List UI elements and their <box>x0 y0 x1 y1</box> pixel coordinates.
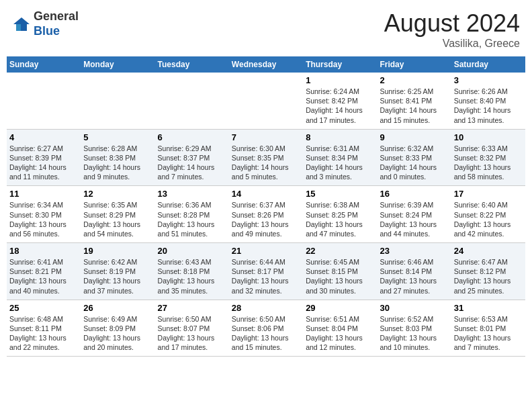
calendar-header-row: SundayMondayTuesdayWednesdayThursdayFrid… <box>7 56 525 73</box>
day-number: 31 <box>454 303 523 313</box>
day-number: 12 <box>83 189 152 199</box>
calendar-cell: 12Sunrise: 6:35 AMSunset: 8:29 PMDayligh… <box>81 186 154 243</box>
calendar-week-row: 25Sunrise: 6:48 AMSunset: 8:11 PMDayligh… <box>7 300 525 357</box>
calendar-cell: 16Sunrise: 6:39 AMSunset: 8:24 PMDayligh… <box>377 186 451 243</box>
logo-general-text: General <box>34 9 79 23</box>
day-info: Sunrise: 6:26 AMSunset: 8:40 PMDaylight:… <box>454 87 523 125</box>
header-saturday: Saturday <box>451 56 525 73</box>
calendar-cell: 31Sunrise: 6:53 AMSunset: 8:01 PMDayligh… <box>451 300 525 357</box>
day-info: Sunrise: 6:44 AMSunset: 8:17 PMDaylight:… <box>232 257 300 295</box>
day-info: Sunrise: 6:48 AMSunset: 8:11 PMDaylight:… <box>9 314 78 353</box>
calendar-cell: 24Sunrise: 6:47 AMSunset: 8:12 PMDayligh… <box>451 243 525 300</box>
day-number: 3 <box>454 75 523 85</box>
day-info: Sunrise: 6:43 AMSunset: 8:18 PMDaylight:… <box>158 257 226 295</box>
day-info: Sunrise: 6:47 AMSunset: 8:12 PMDaylight:… <box>454 257 523 295</box>
day-info: Sunrise: 6:46 AMSunset: 8:14 PMDaylight:… <box>380 257 448 295</box>
calendar-cell: 3Sunrise: 6:26 AMSunset: 8:40 PMDaylight… <box>451 73 525 129</box>
day-number: 18 <box>9 246 78 256</box>
calendar-cell: 17Sunrise: 6:40 AMSunset: 8:22 PMDayligh… <box>451 186 525 243</box>
day-info: Sunrise: 6:34 AMSunset: 8:30 PMDaylight:… <box>9 200 78 238</box>
calendar-week-row: 1Sunrise: 6:24 AMSunset: 8:42 PMDaylight… <box>7 73 525 129</box>
day-number: 14 <box>232 189 300 199</box>
calendar-cell <box>7 73 81 129</box>
day-number: 21 <box>232 246 300 256</box>
day-number: 19 <box>83 246 152 256</box>
calendar-cell: 18Sunrise: 6:41 AMSunset: 8:21 PMDayligh… <box>7 243 81 300</box>
calendar-cell: 29Sunrise: 6:51 AMSunset: 8:04 PMDayligh… <box>303 300 377 357</box>
day-number: 20 <box>158 246 226 256</box>
day-info: Sunrise: 6:35 AMSunset: 8:29 PMDaylight:… <box>83 200 152 238</box>
calendar-cell: 4Sunrise: 6:27 AMSunset: 8:39 PMDaylight… <box>7 129 81 186</box>
calendar-cell: 20Sunrise: 6:43 AMSunset: 8:18 PMDayligh… <box>155 243 229 300</box>
day-info: Sunrise: 6:28 AMSunset: 8:38 PMDaylight:… <box>83 144 152 182</box>
day-info: Sunrise: 6:27 AMSunset: 8:39 PMDaylight:… <box>9 144 78 182</box>
header-tuesday: Tuesday <box>155 56 229 73</box>
calendar-cell: 2Sunrise: 6:25 AMSunset: 8:41 PMDaylight… <box>377 73 451 129</box>
day-info: Sunrise: 6:49 AMSunset: 8:09 PMDaylight:… <box>83 314 152 353</box>
day-info: Sunrise: 6:33 AMSunset: 8:32 PMDaylight:… <box>454 144 523 182</box>
day-number: 5 <box>83 132 152 142</box>
logo-blue-text: Blue <box>34 24 60 38</box>
day-info: Sunrise: 6:30 AMSunset: 8:35 PMDaylight:… <box>232 144 300 182</box>
day-number: 28 <box>232 303 300 313</box>
day-number: 16 <box>380 189 448 199</box>
day-number: 11 <box>9 189 78 199</box>
day-number: 1 <box>306 75 374 85</box>
day-info: Sunrise: 6:45 AMSunset: 8:15 PMDaylight:… <box>306 257 374 295</box>
calendar-cell: 25Sunrise: 6:48 AMSunset: 8:11 PMDayligh… <box>7 300 81 357</box>
header-sunday: Sunday <box>7 56 81 73</box>
calendar-cell: 15Sunrise: 6:38 AMSunset: 8:25 PMDayligh… <box>303 186 377 243</box>
calendar-cell: 30Sunrise: 6:52 AMSunset: 8:03 PMDayligh… <box>377 300 451 357</box>
day-number: 29 <box>306 303 374 313</box>
day-number: 8 <box>306 132 374 142</box>
day-info: Sunrise: 6:39 AMSunset: 8:24 PMDaylight:… <box>380 200 448 238</box>
calendar-cell: 14Sunrise: 6:37 AMSunset: 8:26 PMDayligh… <box>229 186 303 243</box>
header-friday: Friday <box>377 56 451 73</box>
calendar-cell: 1Sunrise: 6:24 AMSunset: 8:42 PMDaylight… <box>303 73 377 129</box>
header-monday: Monday <box>81 56 154 73</box>
day-number: 22 <box>306 246 374 256</box>
calendar-cell: 26Sunrise: 6:49 AMSunset: 8:09 PMDayligh… <box>81 300 154 357</box>
day-info: Sunrise: 6:24 AMSunset: 8:42 PMDaylight:… <box>306 87 374 125</box>
day-number: 2 <box>380 75 448 85</box>
day-number: 6 <box>158 132 226 142</box>
calendar-cell: 5Sunrise: 6:28 AMSunset: 8:38 PMDaylight… <box>81 129 154 186</box>
day-number: 4 <box>9 132 78 142</box>
calendar-cell: 9Sunrise: 6:32 AMSunset: 8:33 PMDaylight… <box>377 129 451 186</box>
day-number: 27 <box>158 303 226 313</box>
day-info: Sunrise: 6:32 AMSunset: 8:33 PMDaylight:… <box>380 144 448 182</box>
calendar-cell: 22Sunrise: 6:45 AMSunset: 8:15 PMDayligh… <box>303 243 377 300</box>
calendar-cell <box>81 73 154 129</box>
calendar-cell: 27Sunrise: 6:50 AMSunset: 8:07 PMDayligh… <box>155 300 229 357</box>
day-info: Sunrise: 6:50 AMSunset: 8:07 PMDaylight:… <box>158 314 226 353</box>
header-wednesday: Wednesday <box>229 56 303 73</box>
calendar-week-row: 11Sunrise: 6:34 AMSunset: 8:30 PMDayligh… <box>7 186 525 243</box>
day-number: 26 <box>83 303 152 313</box>
day-info: Sunrise: 6:42 AMSunset: 8:19 PMDaylight:… <box>83 257 152 295</box>
page-header: General Blue August 2024 Vasilika, Greec… <box>7 7 525 52</box>
calendar-cell <box>229 73 303 129</box>
header-thursday: Thursday <box>303 56 377 73</box>
calendar-cell: 6Sunrise: 6:29 AMSunset: 8:37 PMDaylight… <box>155 129 229 186</box>
calendar-cell: 7Sunrise: 6:30 AMSunset: 8:35 PMDaylight… <box>229 129 303 186</box>
calendar-cell: 21Sunrise: 6:44 AMSunset: 8:17 PMDayligh… <box>229 243 303 300</box>
calendar-cell: 10Sunrise: 6:33 AMSunset: 8:32 PMDayligh… <box>451 129 525 186</box>
day-number: 13 <box>158 189 226 199</box>
day-number: 30 <box>380 303 448 313</box>
day-number: 24 <box>454 246 523 256</box>
day-info: Sunrise: 6:29 AMSunset: 8:37 PMDaylight:… <box>158 144 226 182</box>
calendar-table: SundayMondayTuesdayWednesdayThursdayFrid… <box>7 56 525 357</box>
day-number: 17 <box>454 189 523 199</box>
day-info: Sunrise: 6:50 AMSunset: 8:06 PMDaylight:… <box>232 314 300 353</box>
calendar-cell: 28Sunrise: 6:50 AMSunset: 8:06 PMDayligh… <box>229 300 303 357</box>
calendar-cell: 11Sunrise: 6:34 AMSunset: 8:30 PMDayligh… <box>7 186 81 243</box>
calendar-week-row: 18Sunrise: 6:41 AMSunset: 8:21 PMDayligh… <box>7 243 525 300</box>
day-info: Sunrise: 6:38 AMSunset: 8:25 PMDaylight:… <box>306 200 374 238</box>
day-number: 7 <box>232 132 300 142</box>
day-info: Sunrise: 6:40 AMSunset: 8:22 PMDaylight:… <box>454 200 523 238</box>
day-number: 15 <box>306 189 374 199</box>
calendar-subtitle: Vasilika, Greece <box>384 38 520 50</box>
calendar-week-row: 4Sunrise: 6:27 AMSunset: 8:39 PMDaylight… <box>7 129 525 186</box>
title-block: August 2024 Vasilika, Greece <box>384 9 520 50</box>
day-info: Sunrise: 6:36 AMSunset: 8:28 PMDaylight:… <box>158 200 226 238</box>
